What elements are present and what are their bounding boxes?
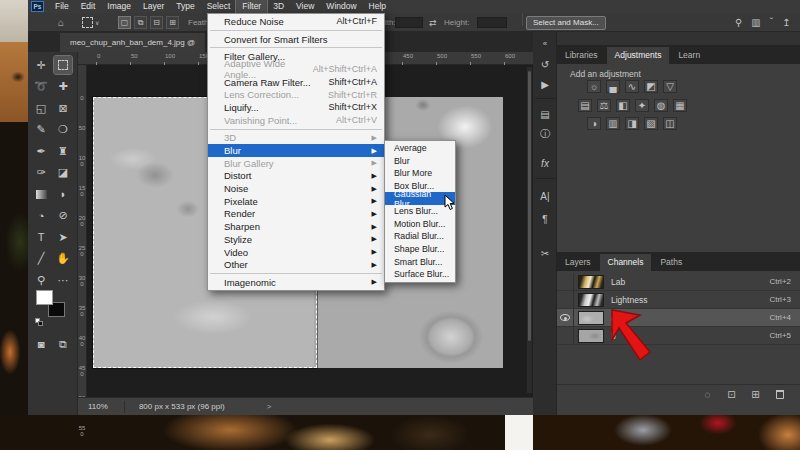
screen-mode-button[interactable]: ⧉ [54, 335, 72, 353]
filter-menu-item-distort[interactable]: Distort▶ [208, 170, 384, 183]
blur-tool[interactable]: ◗ [54, 185, 72, 203]
subtract-from-selection-icon[interactable]: ⊟ [150, 16, 163, 29]
filter-menu-item-imagenomic[interactable]: Imagenomic▶ [208, 276, 384, 289]
chevron-down-icon[interactable]: ˇ [770, 17, 773, 28]
menubar-item-filter[interactable]: Filter [236, 0, 267, 13]
photo-filter-icon[interactable]: ✦ [635, 99, 649, 112]
search-icon[interactable]: ⚲ [735, 17, 742, 28]
move-tool[interactable]: ✛ [32, 56, 50, 74]
channel-row-lab[interactable]: LabCtrl+2 [557, 273, 800, 291]
add-to-selection-icon[interactable]: ⧉ [134, 16, 147, 29]
line-tool[interactable]: ╱ [32, 250, 50, 268]
filter-menu-item-noise[interactable]: Noise▶ [208, 182, 384, 195]
exposure-icon[interactable]: ◩ [644, 80, 658, 93]
visibility-column[interactable] [557, 309, 574, 327]
new-selection-icon[interactable]: ▢ [118, 16, 131, 29]
gradient-map-icon[interactable]: ▧ [644, 117, 658, 130]
frame-tool[interactable]: ⊠ [54, 99, 72, 117]
menubar-item-help[interactable]: Help [363, 0, 392, 13]
tab-paths[interactable]: Paths [652, 254, 690, 271]
eye-icon[interactable] [560, 314, 570, 321]
intersect-selection-icon[interactable]: ⊞ [166, 16, 179, 29]
menubar-item-3d[interactable]: 3D [267, 0, 290, 13]
document-tab[interactable]: meo_chup_anh_ban_dem_4.jpg @ [60, 33, 205, 52]
color-balance-icon[interactable]: ⚖ [597, 99, 611, 112]
width-input[interactable] [395, 13, 423, 32]
character-icon[interactable]: A| [536, 188, 554, 204]
blur-submenu-item-motion-blur[interactable]: Motion Blur... [385, 218, 455, 231]
clone-stamp-tool[interactable]: ♜ [54, 142, 72, 160]
filter-menu-item-sharpen[interactable]: Sharpen▶ [208, 220, 384, 233]
invert-icon[interactable]: ◑ [587, 117, 601, 130]
menubar-item-view[interactable]: View [290, 0, 320, 13]
blur-submenu-item-blur[interactable]: Blur [385, 155, 455, 168]
scrollbar-thumb[interactable] [528, 71, 531, 341]
blur-submenu-item-surface-blur[interactable]: Surface Blur... [385, 268, 455, 281]
foreground-color-swatch[interactable] [36, 290, 53, 305]
menubar-item-image[interactable]: Image [101, 0, 137, 13]
visibility-column[interactable] [557, 273, 574, 291]
home-icon[interactable]: ⌂ [58, 13, 64, 32]
black-white-icon[interactable]: ◧ [616, 99, 630, 112]
filter-menu-item-other[interactable]: Other▶ [208, 258, 384, 271]
document-info[interactable]: 800 px x 533 px (96 ppi) [139, 402, 225, 411]
tab-channels[interactable]: Channels [600, 254, 652, 271]
swap-dimensions-icon[interactable]: ⇄ [429, 13, 437, 32]
brightness-contrast-icon[interactable]: ☼ [587, 80, 601, 93]
blur-submenu-item-smart-blur[interactable]: Smart Blur... [385, 255, 455, 268]
hue-saturation-icon[interactable]: ▤ [578, 99, 592, 112]
workspace-icon[interactable]: ▥ [751, 17, 760, 28]
filter-menu-item-pixelate[interactable]: Pixelate▶ [208, 195, 384, 208]
eyedropper-tool[interactable]: ✎ [32, 121, 50, 139]
healing-brush-tool[interactable]: ✚ [54, 78, 72, 96]
more-tools[interactable]: ⋯ [54, 271, 72, 289]
filter-menu-item-camera-raw-filter[interactable]: Camera Raw Filter...Shift+Ctrl+A [208, 76, 384, 89]
posterize-icon[interactable]: ▥ [606, 117, 620, 130]
blur-submenu-item-radial-blur[interactable]: Radial Blur... [385, 230, 455, 243]
menubar-item-window[interactable]: Window [320, 0, 362, 13]
threshold-icon[interactable]: ◨ [625, 117, 639, 130]
photoshop-logo[interactable]: Ps [31, 1, 44, 12]
menubar-item-layer[interactable]: Layer [137, 0, 170, 13]
channel-row-a[interactable]: aCtrl+4 [557, 309, 800, 327]
blur-submenu-item-blur-more[interactable]: Blur More [385, 167, 455, 180]
styles-icon[interactable]: fx [536, 155, 554, 171]
new-channel-button[interactable]: ⊞ [749, 388, 762, 401]
paragraph-icon[interactable]: ¶ [536, 211, 554, 227]
curves-icon[interactable]: ∿ [625, 80, 639, 93]
hand-tool[interactable]: ✋ [54, 250, 72, 268]
channel-row-b[interactable]: bCtrl+5 [557, 327, 800, 345]
save-selection-as-channel-button[interactable]: ⊡ [725, 388, 738, 401]
path-select-tool[interactable]: ➤ [54, 228, 72, 246]
vertical-scrollbar[interactable] [527, 67, 532, 393]
filter-menu-item-reduce-noise[interactable]: Reduce NoiseAlt+Ctrl+F [208, 15, 384, 28]
smudge-tool[interactable]: ⊘ [54, 207, 72, 225]
filter-menu-item-video[interactable]: Video▶ [208, 246, 384, 259]
filter-menu-item-liquify[interactable]: Liquify...Shift+Ctrl+X [208, 101, 384, 114]
zoom-level[interactable]: 110% [88, 402, 108, 411]
eraser-tool[interactable]: ◪ [54, 164, 72, 182]
quick-selection-tool[interactable]: ❍ [54, 121, 72, 139]
status-chevron-icon[interactable]: > [267, 402, 272, 411]
dodge-tool[interactable]: ◔ [32, 207, 50, 225]
brush-tool[interactable]: ✒ [32, 142, 50, 160]
info-icon[interactable]: ⓘ [536, 126, 554, 142]
visibility-column[interactable] [557, 327, 574, 345]
filter-menu-item-blur[interactable]: Blur▶ [208, 144, 384, 157]
blur-submenu-item-average[interactable]: Average [385, 142, 455, 155]
menubar-item-type[interactable]: Type [170, 0, 200, 13]
left-ruler[interactable]: 050100150200250300350400450500550 [78, 65, 87, 397]
filter-menu-item-convert-for-smart-filters[interactable]: Convert for Smart Filters [208, 33, 384, 46]
gradient-tool[interactable] [32, 185, 50, 203]
levels-icon[interactable]: ▄ [606, 80, 620, 93]
share-icon[interactable]: ↥ [782, 17, 790, 28]
history-icon[interactable]: ↺ [536, 56, 554, 72]
visibility-column[interactable] [557, 291, 574, 309]
load-channel-as-selection-button[interactable]: ◌ [701, 388, 714, 401]
crop-tool[interactable]: ◱ [32, 99, 50, 117]
marquee-tool[interactable] [54, 56, 72, 74]
quick-mask-button[interactable]: ◙ [32, 335, 50, 353]
collapse-panels-icon[interactable]: « [536, 35, 554, 51]
color-lookup-icon[interactable]: ▦ [673, 99, 687, 112]
tab-layers[interactable]: Layers [557, 254, 599, 271]
